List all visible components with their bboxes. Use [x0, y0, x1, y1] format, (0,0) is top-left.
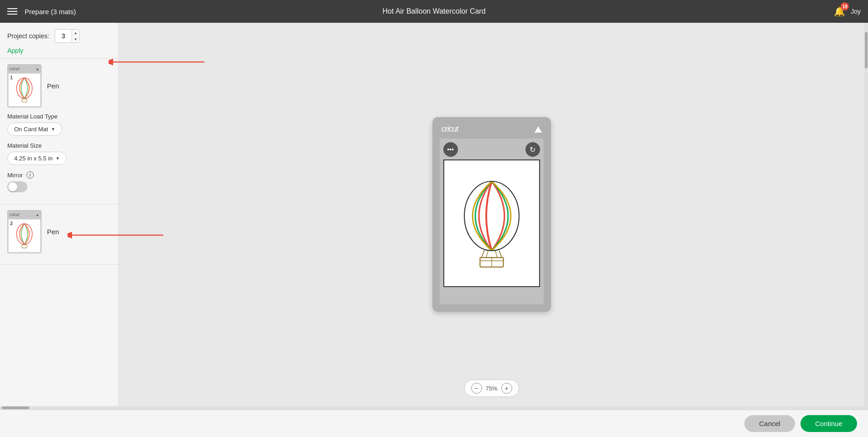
mat-bottom-space — [443, 287, 540, 301]
sidebar-top: Project copies: 3 ▲ ▼ Apply — [0, 23, 118, 59]
zoom-in-button[interactable]: + — [501, 383, 512, 394]
material-load-type-value: On Card Mat — [14, 126, 48, 133]
mat-thumbnail-2: cricut ▲ 2 — [7, 210, 42, 253]
mirror-row: Mirror i — [7, 171, 111, 179]
toggle-knob — [8, 182, 17, 191]
svg-line-15 — [499, 250, 502, 257]
chevron-down-icon: ▼ — [51, 127, 55, 132]
mirror-info-icon[interactable]: i — [26, 171, 34, 179]
mat-body: ••• ↻ — [440, 139, 544, 304]
header: Prepare (3 mats) Hot Air Balloon Waterco… — [0, 0, 868, 23]
header-right: 🔔 19 Joy — [834, 6, 861, 17]
refresh-button[interactable]: ↻ — [525, 142, 540, 157]
refresh-icon: ↻ — [530, 145, 535, 154]
project-copies-row: Project copies: 3 ▲ ▼ — [7, 29, 111, 43]
material-size-select[interactable]: 4.25 in x 5.5 in ▼ — [7, 152, 67, 165]
copies-down-button[interactable]: ▼ — [72, 36, 79, 42]
svg-line-14 — [481, 250, 484, 257]
zoom-controls: − 75% + — [464, 380, 519, 397]
continue-button[interactable]: Continue — [800, 415, 857, 432]
mat-header-1: cricut ▲ 1 — [7, 64, 111, 108]
copies-spinner[interactable]: 3 ▲ ▼ — [55, 29, 80, 43]
scrollbar-thumb — [865, 32, 868, 68]
svg-point-8 — [16, 224, 32, 244]
cancel-button[interactable]: Cancel — [744, 415, 795, 432]
mat-number-2: 2 — [10, 221, 13, 226]
page-title: Hot Air Balloon Watercolor Card — [382, 7, 485, 15]
mat-settings-1: Material Load Type On Card Mat ▼ Materia… — [7, 113, 111, 192]
prepare-label: Prepare (3 mats) — [25, 8, 76, 15]
mat-item-2: cricut ▲ 2 — [0, 205, 118, 265]
material-size-group: Material Size 4.25 in x 5.5 in ▼ — [7, 142, 111, 165]
mat-thumb-body-2: 2 — [9, 220, 40, 252]
more-options-icon: ••• — [447, 146, 454, 153]
copies-input[interactable]: 3 — [55, 32, 72, 40]
user-name: Joy — [851, 8, 861, 15]
mat-number-1: 1 — [10, 75, 13, 80]
mat-thumbnail-1: cricut ▲ 1 — [7, 64, 42, 108]
cricut-mat-card: cricut ••• ↻ — [432, 117, 551, 312]
mat-list: cricut ▲ 1 — [0, 59, 118, 406]
canvas-area: cricut ••• ↻ — [119, 23, 864, 406]
vertical-scrollbar[interactable] — [864, 23, 868, 406]
svg-line-17 — [495, 251, 497, 257]
balloon-svg — [455, 169, 528, 278]
zoom-value: 75% — [485, 385, 497, 392]
footer: Cancel Continue — [0, 410, 868, 437]
mat-surface — [443, 159, 540, 287]
material-load-type-group: Material Load Type On Card Mat ▼ — [7, 113, 111, 136]
mat-thumb-triangle: ▲ — [36, 67, 39, 71]
mat-label-1: Pen — [47, 82, 59, 90]
mirror-toggle[interactable] — [7, 181, 27, 192]
horizontal-scrollbar[interactable] — [0, 406, 868, 410]
mat-header-2: cricut ▲ 2 — [7, 210, 111, 253]
svg-point-4 — [16, 78, 32, 98]
mat-thumb-header-1: cricut ▲ — [8, 65, 41, 73]
main-content: Project copies: 3 ▲ ▼ Apply cricut — [0, 23, 868, 406]
material-load-type-label: Material Load Type — [7, 113, 111, 120]
mat-label-2: Pen — [47, 228, 59, 236]
cricut-logo-thumb-2: cricut — [10, 212, 20, 217]
mat-thumb-balloon-2 — [14, 222, 35, 250]
copies-up-button[interactable]: ▲ — [72, 30, 79, 36]
cricut-logo-thumb: cricut — [10, 67, 20, 71]
notification-icon[interactable]: 🔔 19 — [834, 6, 845, 17]
mirror-group: Mirror i — [7, 171, 111, 192]
mat-thumb-balloon-1 — [14, 77, 35, 104]
zoom-out-button[interactable]: − — [471, 383, 482, 394]
material-load-type-select[interactable]: On Card Mat ▼ — [7, 123, 62, 136]
project-copies-label: Project copies: — [7, 32, 49, 40]
svg-line-16 — [486, 251, 488, 257]
mat-controls: ••• ↻ — [443, 142, 540, 157]
svg-rect-5 — [22, 98, 27, 102]
mat-item-1: cricut ▲ 1 — [0, 59, 118, 205]
mirror-label: Mirror — [7, 172, 23, 179]
menu-icon[interactable] — [7, 8, 17, 15]
copies-arrows: ▲ ▼ — [72, 30, 79, 42]
chevron-down-icon-size: ▼ — [56, 156, 60, 161]
h-scrollbar-thumb — [2, 406, 29, 409]
sidebar: Project copies: 3 ▲ ▼ Apply cricut — [0, 23, 119, 406]
material-size-label: Material Size — [7, 142, 111, 149]
cricut-logo: cricut — [442, 124, 458, 134]
apply-button[interactable]: Apply — [7, 47, 23, 54]
svg-rect-9 — [22, 244, 27, 247]
mat-thumb-header-2: cricut ▲ — [8, 211, 41, 219]
mat-thumb-triangle-2: ▲ — [36, 213, 39, 217]
more-options-button[interactable]: ••• — [443, 142, 458, 157]
cricut-mat-top: cricut — [440, 124, 544, 134]
material-size-value: 4.25 in x 5.5 in — [14, 155, 53, 162]
notification-badge: 19 — [841, 2, 849, 10]
cricut-triangle-icon — [535, 126, 542, 133]
mat-thumb-body-1: 1 — [9, 74, 40, 106]
